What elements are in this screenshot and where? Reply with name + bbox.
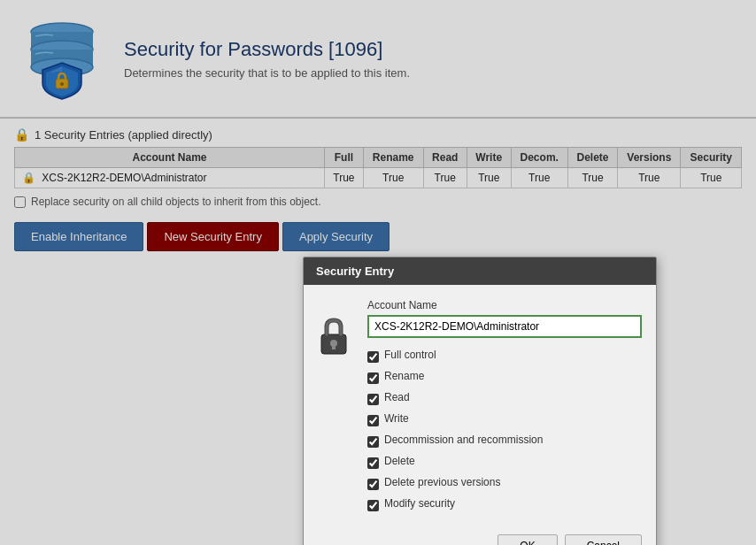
dialog-checkbox-item: Write (367, 412, 642, 428)
account-name-label: Account Name (367, 299, 642, 311)
checkbox-label-6: Delete previous versions (384, 476, 500, 488)
dialog-checkbox-item: Delete (367, 455, 642, 471)
dialog-body: Account Name Full controlRenameReadWrite… (304, 285, 656, 527)
checkbox-label-4: Decommission and recommission (384, 434, 543, 446)
dialog-checkbox-item: Rename (367, 370, 642, 386)
checkbox-7[interactable] (367, 500, 379, 511)
dialog-titlebar: Security Entry (304, 257, 656, 285)
dialog-lock-icon (318, 299, 353, 513)
checkbox-label-3: Write (384, 412, 409, 425)
dialog-checkbox-item: Delete previous versions (367, 476, 642, 492)
checkbox-0[interactable] (367, 351, 379, 363)
dialog-footer: OK Cancel (304, 527, 656, 545)
main-container: Security for Passwords [1096] Determines… (0, 0, 756, 545)
checkbox-6[interactable] (367, 479, 379, 490)
dialog-checkbox-item: Read (367, 391, 642, 407)
svg-rect-9 (332, 343, 336, 349)
checkbox-label-5: Delete (384, 455, 415, 467)
checkbox-label-7: Modify security (384, 497, 455, 510)
checkbox-3[interactable] (367, 415, 379, 426)
checkbox-5[interactable] (367, 457, 379, 469)
cancel-button[interactable]: Cancel (565, 534, 642, 545)
dialog-checkbox-item: Full control (367, 349, 642, 365)
checkbox-label-1: Rename (384, 370, 424, 382)
checkbox-2[interactable] (367, 394, 379, 405)
dialog-checkbox-item: Modify security (367, 497, 642, 513)
account-name-input[interactable] (367, 315, 642, 338)
checkbox-label-0: Full control (384, 349, 436, 361)
checkbox-1[interactable] (367, 372, 379, 384)
checkbox-4[interactable] (367, 436, 379, 448)
dialog-checkboxes: Full controlRenameReadWriteDecommission … (367, 349, 642, 513)
dialog-form: Account Name Full controlRenameReadWrite… (367, 299, 642, 513)
dialog-overlay: Security Entry Accou (0, 0, 756, 545)
ok-button[interactable]: OK (498, 534, 557, 545)
security-entry-dialog: Security Entry Accou (303, 257, 657, 545)
dialog-checkbox-item: Decommission and recommission (367, 434, 642, 449)
checkbox-label-2: Read (384, 391, 410, 403)
